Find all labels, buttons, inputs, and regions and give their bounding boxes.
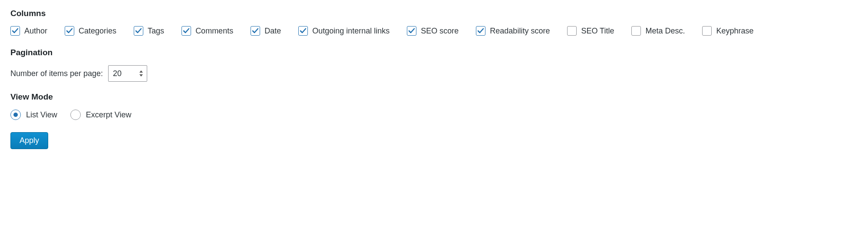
checkbox-icon [251, 26, 260, 36]
checkbox-label: Meta Desc. [645, 27, 685, 36]
items-per-page-input-wrap [108, 65, 147, 82]
checkbox-label: Readability score [490, 27, 550, 36]
checkbox-label: Date [264, 27, 281, 36]
column-toggle-comments[interactable]: Comments [182, 26, 233, 36]
checkbox-label: Tags [148, 27, 164, 36]
checkbox-label: Outgoing internal links [312, 27, 389, 36]
stepper-icon[interactable] [137, 68, 145, 79]
column-toggle-date[interactable]: Date [251, 26, 281, 36]
checkbox-icon [702, 26, 712, 36]
column-toggle-meta-desc[interactable]: Meta Desc. [631, 26, 685, 36]
column-toggle-readability-score[interactable]: Readability score [476, 26, 550, 36]
pagination-row: Number of items per page: [10, 65, 858, 82]
apply-button[interactable]: Apply [10, 132, 48, 149]
radio-label: List View [26, 110, 57, 120]
view-mode-option-excerpt-view[interactable]: Excerpt View [70, 110, 132, 120]
checkbox-icon [631, 26, 641, 36]
column-toggle-keyphrase[interactable]: Keyphrase [702, 26, 753, 36]
column-toggle-categories[interactable]: Categories [65, 26, 116, 36]
column-toggle-author[interactable]: Author [10, 26, 47, 36]
checkbox-icon [407, 26, 416, 36]
pagination-heading: Pagination [10, 48, 858, 57]
checkbox-icon [134, 26, 143, 36]
column-toggle-seo-title[interactable]: SEO Title [567, 26, 614, 36]
checkbox-icon [298, 26, 308, 36]
checkbox-label: SEO score [421, 27, 459, 36]
checkbox-label: Categories [79, 27, 116, 36]
column-toggle-tags[interactable]: Tags [134, 26, 164, 36]
columns-checkbox-group: AuthorCategoriesTagsCommentsDateOutgoing… [10, 26, 858, 36]
checkbox-icon [476, 26, 485, 36]
view-mode-radio-group: List ViewExcerpt View [10, 110, 858, 120]
view-mode-heading: View Mode [10, 92, 858, 102]
checkbox-icon [10, 26, 20, 36]
radio-icon [70, 110, 81, 120]
checkbox-icon [567, 26, 577, 36]
column-toggle-outgoing-internal-links[interactable]: Outgoing internal links [298, 26, 389, 36]
checkbox-label: Author [24, 27, 47, 36]
radio-label: Excerpt View [86, 110, 132, 120]
items-per-page-input[interactable] [113, 69, 135, 78]
checkbox-label: SEO Title [581, 27, 614, 36]
checkbox-label: Comments [195, 27, 233, 36]
checkbox-icon [65, 26, 74, 36]
column-toggle-seo-score[interactable]: SEO score [407, 26, 459, 36]
columns-heading: Columns [10, 9, 858, 18]
items-per-page-label: Number of items per page: [10, 69, 103, 78]
checkbox-icon [182, 26, 191, 36]
checkbox-label: Keyphrase [716, 27, 753, 36]
view-mode-option-list-view[interactable]: List View [10, 110, 57, 120]
radio-icon [10, 110, 21, 120]
